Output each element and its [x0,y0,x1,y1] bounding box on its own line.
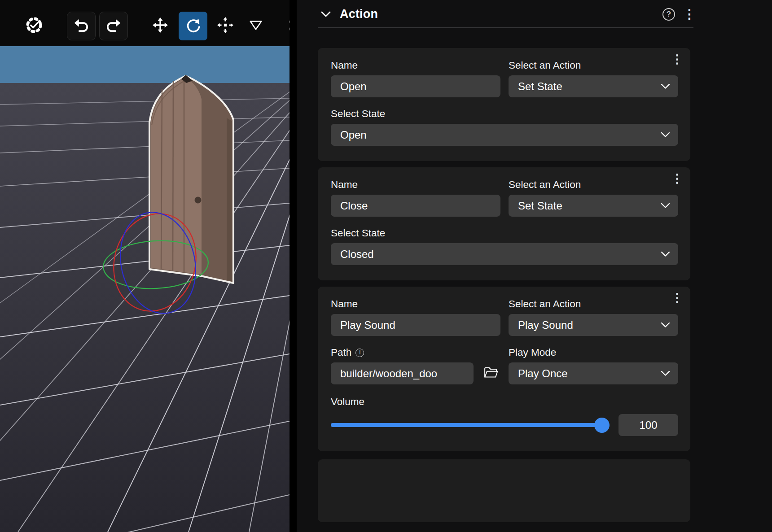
scale-tool-button[interactable] [211,12,240,40]
action-type-select[interactable]: Set State [509,75,678,97]
rotate-tool-icon [184,17,202,35]
redo-icon [105,17,122,35]
action-type-select[interactable]: Play Sound [509,314,678,336]
action-name-input[interactable]: Open [331,75,500,97]
card-kebab-menu-icon[interactable]: ⋮ [671,292,683,304]
rotate-tool-button[interactable] [179,12,207,40]
name-label: Name [331,298,500,310]
chevron-down-icon [661,203,670,209]
card-kebab-menu-icon[interactable]: ⋮ [671,53,683,65]
undo-button[interactable] [67,12,96,40]
chevron-down-icon [661,83,670,89]
state-select[interactable]: Closed [331,243,678,265]
volume-slider[interactable] [331,417,609,433]
settings-badge-button[interactable] [20,12,48,40]
info-icon[interactable]: i [355,349,364,357]
chevron-down-icon[interactable] [321,11,331,17]
state-select[interactable]: Open [331,124,678,146]
action-card-open: ⋮ Name Open Select an Action Set State [318,48,690,161]
viewport-toolbar [0,0,290,46]
door-knob [195,197,202,204]
state-label: Select State [331,227,678,239]
name-label: Name [331,179,500,191]
volume-slider-track[interactable] [331,423,609,427]
redo-button[interactable] [99,12,128,40]
panel-kebab-menu-icon[interactable]: ⋮ [683,8,696,21]
sky [0,46,290,83]
undo-icon [73,17,90,35]
chevron-down-icon [661,251,670,257]
chevron-down-icon [661,371,670,376]
help-icon[interactable]: ? [662,8,675,21]
action-type-label: Select an Action [509,298,678,310]
action-name-input[interactable]: Play Sound [331,314,500,336]
sound-path-input[interactable]: builder/wooden_doo [331,362,474,384]
name-label: Name [331,60,500,71]
move-tool-icon [152,17,169,35]
settings-badge-icon [24,15,44,37]
app-root: Action ? ⋮ ⋮ Name Open Select an Action … [0,0,772,532]
chevron-down-icon [661,132,670,138]
clipped-tool-button[interactable] [279,12,290,40]
action-card-partial [318,459,690,522]
shape-dropdown-icon [248,17,263,35]
shape-dropdown-button[interactable] [241,12,270,40]
path-label: Path i [331,347,500,358]
folder-open-icon [484,366,498,381]
action-type-label: Select an Action [509,60,678,71]
state-label: Select State [331,108,678,120]
scene-canvas[interactable] [0,46,290,532]
action-properties-panel: Action ? ⋮ ⋮ Name Open Select an Action … [297,0,772,532]
browse-folder-button[interactable] [482,364,500,383]
play-mode-select[interactable]: Play Once [509,362,678,384]
action-card-close: ⋮ Name Close Select an Action Set State [318,167,690,280]
3d-viewport[interactable] [0,0,290,532]
action-type-label: Select an Action [509,179,678,191]
move-tool-button[interactable] [146,12,175,40]
action-card-play-sound: ⋮ Name Play Sound Select an Action Play … [318,287,690,451]
wooden-door[interactable] [149,75,233,283]
header-divider [318,27,693,28]
panel-header: Action ? ⋮ [297,0,772,27]
action-type-select[interactable]: Set State [509,195,678,217]
panel-title: Action [340,7,378,21]
chevron-down-icon [661,322,670,328]
volume-label: Volume [331,396,678,408]
volume-slider-fill [331,423,609,427]
card-kebab-menu-icon[interactable]: ⋮ [671,173,683,185]
volume-slider-thumb[interactable] [594,418,610,433]
play-mode-label: Play Mode [509,347,678,358]
action-name-input[interactable]: Close [331,195,500,217]
clipped-tool-icon [285,17,290,35]
panel-divider [290,0,297,532]
scale-tool-icon [217,17,234,35]
volume-value[interactable]: 100 [618,414,678,436]
